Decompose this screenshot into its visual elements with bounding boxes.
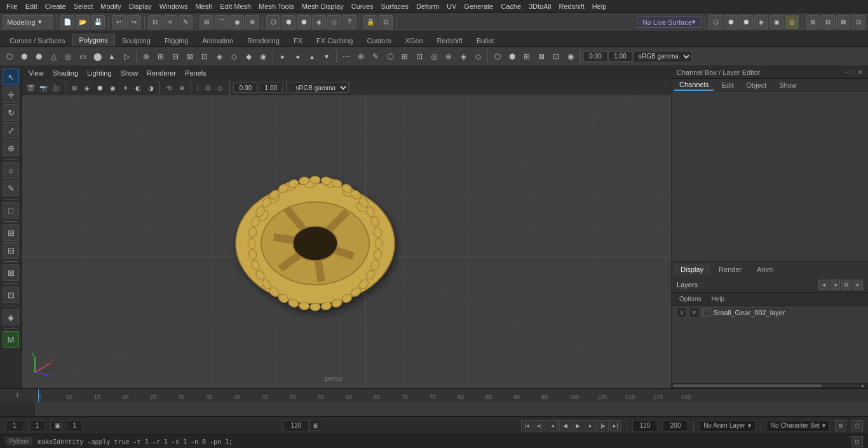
poly-disk-btn[interactable]: ⬤ <box>90 50 104 64</box>
render-btn6[interactable]: ◎ <box>785 15 799 29</box>
tab-fx[interactable]: FX <box>287 34 309 46</box>
vpt-disp-btn[interactable]: ◇ <box>215 82 226 93</box>
menu-create[interactable]: Create <box>41 1 70 11</box>
open-scene-btn[interactable]: 📂 <box>76 15 90 29</box>
tool-btn7[interactable]: ⊡ <box>379 15 393 29</box>
poly-tool1[interactable]: ⊕ <box>139 50 153 64</box>
lasso-select-btn[interactable]: ⌗ <box>163 15 177 29</box>
poly-pyramid-btn[interactable]: ▲ <box>105 50 119 64</box>
menu-edit[interactable]: Edit <box>22 1 41 11</box>
snap-align2-btn[interactable]: ⊟ <box>3 242 19 259</box>
vpt-iso-btn[interactable]: ⟲ <box>163 82 175 93</box>
move-tool-btn[interactable]: ✛ <box>3 86 19 103</box>
vpt-grid-btn[interactable]: ⊞ <box>69 82 80 93</box>
layout-btn1[interactable]: ⊞ <box>806 15 820 29</box>
soft-select-btn[interactable]: ○ <box>3 162 19 179</box>
poly-cube-btn[interactable]: ⬢ <box>17 50 31 64</box>
poly-op10[interactable]: ◇ <box>471 50 485 64</box>
tool-btn3[interactable]: ⬣ <box>297 15 311 29</box>
snap-grid-btn[interactable]: ⊞ <box>200 15 214 29</box>
poly-tool8[interactable]: ◆ <box>241 50 255 64</box>
rotate-tool-btn[interactable]: ↻ <box>3 104 19 121</box>
tab-sculpting[interactable]: Sculpting <box>115 34 158 46</box>
cb-tab-object[interactable]: Object <box>741 80 771 90</box>
select-tool-btn[interactable]: ↖ <box>3 69 19 85</box>
menu-uv[interactable]: UV <box>443 1 460 11</box>
frame-current-input[interactable] <box>29 420 45 431</box>
tool-btn5[interactable]: ◇ <box>327 15 341 29</box>
layout-btn3[interactable]: ⊠ <box>836 15 850 29</box>
poly-uv6[interactable]: ◉ <box>564 50 578 64</box>
scale-tool-btn[interactable]: ⤢ <box>3 122 19 139</box>
viewport-show-menu[interactable]: Show <box>117 68 142 78</box>
layers-options-subtab[interactable]: Options <box>674 294 706 304</box>
menu-curves[interactable]: Curves <box>348 1 377 11</box>
no-anim-layer-dropdown[interactable]: No Anim Layer ▾ <box>699 420 756 431</box>
frame-end-marker[interactable]: ▣ <box>310 421 320 431</box>
cb-tab-show[interactable]: Show <box>774 80 802 90</box>
tab-rendering[interactable]: Rendering <box>240 34 287 46</box>
prev-key-btn[interactable]: ◂| <box>534 420 545 431</box>
float-val2-field[interactable] <box>608 51 632 62</box>
poly-tool7[interactable]: ◇ <box>227 50 241 64</box>
python-bar-collapse-btn[interactable]: ⊡ <box>851 436 863 447</box>
tool-btn4[interactable]: ◈ <box>312 15 326 29</box>
poly-tool2[interactable]: ⊞ <box>154 50 168 64</box>
timeline-track[interactable] <box>0 402 868 416</box>
viewport-shading-menu[interactable]: Shading <box>49 68 82 78</box>
go-start-btn[interactable]: |◂ <box>521 420 532 431</box>
tab-rigging[interactable]: Rigging <box>158 34 195 46</box>
poly-op8[interactable]: ⊛ <box>442 50 456 64</box>
vpt-wire-btn[interactable]: ⬢ <box>94 82 105 93</box>
render-btn5[interactable]: ◉ <box>770 15 783 29</box>
poly-op1[interactable]: ⋯ <box>339 50 353 64</box>
render-btn3[interactable]: ⬣ <box>739 15 753 29</box>
tool-btn6[interactable]: ? <box>342 15 356 29</box>
poly-prism-btn[interactable]: ▷ <box>119 50 133 64</box>
poly-op3[interactable]: ✎ <box>369 50 383 64</box>
menu-select[interactable]: Select <box>70 1 97 11</box>
viewport-view-menu[interactable]: View <box>25 68 48 78</box>
layers-back-btn[interactable]: ◂ <box>818 280 829 290</box>
menu-mesh-tools[interactable]: Mesh Tools <box>255 1 297 11</box>
last-tool-btn[interactable]: ⊕ <box>3 140 19 156</box>
vpt-shaded-btn[interactable]: ◉ <box>107 82 118 93</box>
vpt-cam2-btn[interactable]: 📷 <box>37 82 49 93</box>
timeline-playhead[interactable] <box>38 389 39 402</box>
vpt-cam-btn[interactable]: 🎬 <box>25 82 36 93</box>
vpt-xray-btn[interactable]: ◈ <box>81 82 93 93</box>
character-set-key-btn[interactable]: ⬡ <box>851 420 863 431</box>
step-fwd-btn[interactable]: ▸ <box>585 420 596 431</box>
no-live-surface-btn[interactable]: No Live Surface ▾ <box>637 16 702 28</box>
poly-sel1[interactable]: ▸ <box>276 50 290 64</box>
channel-box-expand-btn[interactable]: □ <box>851 69 855 76</box>
float-val-field[interactable] <box>583 51 607 62</box>
viewport-renderer-menu[interactable]: Renderer <box>143 68 180 78</box>
poly-torus-btn[interactable]: ◎ <box>61 50 75 64</box>
poly-uv4[interactable]: ⊠ <box>534 50 548 64</box>
render-btn1[interactable]: ⬡ <box>709 15 722 29</box>
tab-bullet[interactable]: Bullet <box>470 34 501 46</box>
tab-custom[interactable]: Custom <box>360 34 398 46</box>
maya-logo-btn[interactable]: M <box>3 331 19 348</box>
layout-btn4[interactable]: ⊡ <box>851 15 865 29</box>
poly-op2[interactable]: ⊕ <box>354 50 368 64</box>
menu-redshift[interactable]: Redshift <box>555 1 588 11</box>
layers-scrollbar[interactable]: ▸ <box>672 383 868 388</box>
channel-box-minimize-btn[interactable]: ─ <box>844 69 849 76</box>
poly-op4[interactable]: ⬡ <box>383 50 397 64</box>
lock-btn[interactable]: 🔒 <box>363 15 377 29</box>
poly-tool5[interactable]: ⊡ <box>198 50 212 64</box>
play-fwd-btn[interactable]: ▶ <box>572 420 583 431</box>
vpt-res-btn[interactable]: ⊕ <box>176 82 187 93</box>
tab-fx-caching[interactable]: FX Caching <box>309 34 360 46</box>
cb-tab-edit[interactable]: Edit <box>716 80 738 90</box>
next-key-btn[interactable]: |▸ <box>597 420 609 431</box>
poly-op5[interactable]: ⊞ <box>398 50 412 64</box>
cb-lower-anim-tab[interactable]: Anim <box>750 264 779 275</box>
poly-sphere-btn[interactable]: ⬡ <box>3 50 17 64</box>
poly-cone-btn[interactable]: △ <box>46 50 60 64</box>
frame-start-input[interactable] <box>5 420 24 431</box>
save-scene-btn[interactable]: 💾 <box>91 15 105 29</box>
menu-mesh-display[interactable]: Mesh Display <box>298 1 348 11</box>
